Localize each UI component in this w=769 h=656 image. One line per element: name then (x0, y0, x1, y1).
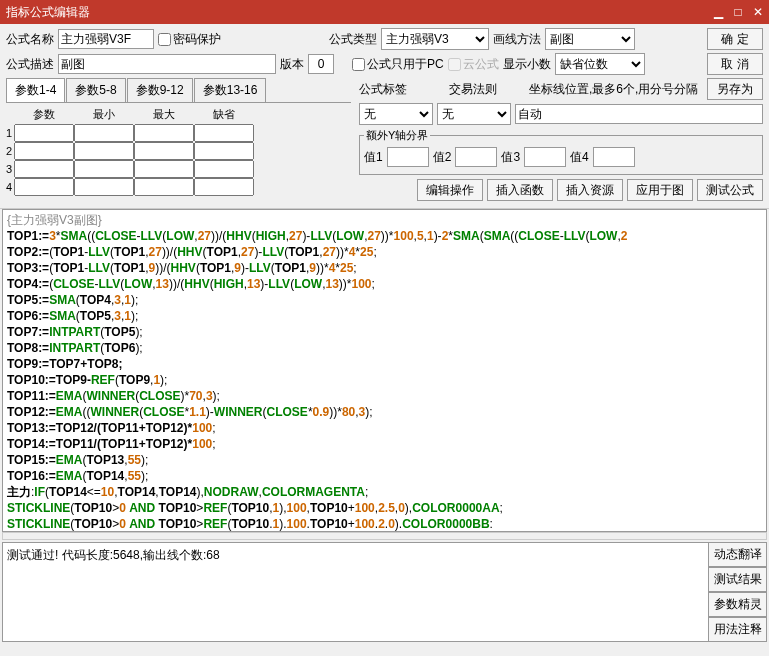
pc-only-checkbox[interactable]: 公式只用于PC (352, 56, 444, 73)
formula-name-label: 公式名称 (6, 31, 54, 48)
param4-def[interactable] (194, 178, 254, 196)
cloud-checkbox: 云公式 (448, 56, 499, 73)
edit-op-button[interactable]: 编辑操作 (417, 179, 483, 201)
param1-name[interactable] (14, 124, 74, 142)
formula-desc-label: 公式描述 (6, 56, 54, 73)
result-output: 测试通过! 代码长度:5648,输出线个数:68 (2, 542, 709, 642)
trade-rule-select[interactable]: 无 (437, 103, 511, 125)
formula-name-input[interactable] (58, 29, 154, 49)
test-formula-button[interactable]: 测试公式 (697, 179, 763, 201)
param1-max[interactable] (134, 124, 194, 142)
code-editor[interactable]: {主力强弱V3副图} TOP1:=3*SMA((CLOSE-LLV(LOW,27… (2, 209, 767, 532)
y-val2[interactable] (455, 147, 497, 167)
version-input[interactable] (308, 54, 334, 74)
param2-max[interactable] (134, 142, 194, 160)
param3-name[interactable] (14, 160, 74, 178)
formula-desc-input[interactable] (58, 54, 276, 74)
splitter[interactable] (2, 532, 767, 540)
param3-max[interactable] (134, 160, 194, 178)
window-title: 指标公式编辑器 (6, 4, 90, 21)
version-label: 版本 (280, 56, 304, 73)
show-decimal-select[interactable]: 缺省位数 (555, 53, 645, 75)
save-as-button[interactable]: 另存为 (707, 78, 763, 100)
param-wiz-button[interactable]: 参数精灵 (709, 592, 767, 617)
dyn-trans-button[interactable]: 动态翻译 (709, 542, 767, 567)
axis-pos-label: 坐标线位置,最多6个,用分号分隔 (529, 81, 698, 98)
pwd-protect-checkbox[interactable]: 密码保护 (158, 31, 221, 48)
cancel-button[interactable]: 取 消 (707, 53, 763, 75)
formula-type-label: 公式类型 (329, 31, 377, 48)
param4-min[interactable] (74, 178, 134, 196)
param4-name[interactable] (14, 178, 74, 196)
insert-res-button[interactable]: 插入资源 (557, 179, 623, 201)
tab-params-13-16[interactable]: 参数13-16 (194, 78, 267, 102)
insert-fn-button[interactable]: 插入函数 (487, 179, 553, 201)
trade-rule-label: 交易法则 (449, 81, 497, 98)
ok-button[interactable]: 确 定 (707, 28, 763, 50)
extra-y-group: 额外Y轴分界 值1 值2 值3 值4 (359, 128, 763, 175)
close-icon[interactable]: ✕ (753, 5, 763, 19)
param2-def[interactable] (194, 142, 254, 160)
usage-button[interactable]: 用法注释 (709, 617, 767, 642)
y-val4[interactable] (593, 147, 635, 167)
param3-min[interactable] (74, 160, 134, 178)
param-tabs: 参数1-4 参数5-8 参数9-12 参数13-16 (6, 78, 351, 103)
y-val3[interactable] (524, 147, 566, 167)
minimize-icon[interactable]: ▁ (714, 5, 723, 19)
formula-tag-label: 公式标签 (359, 81, 407, 98)
apply-chart-button[interactable]: 应用于图 (627, 179, 693, 201)
show-decimal-label: 显示小数 (503, 56, 551, 73)
param2-min[interactable] (74, 142, 134, 160)
tab-params-1-4[interactable]: 参数1-4 (6, 78, 65, 102)
formula-tag-select[interactable]: 无 (359, 103, 433, 125)
tab-params-5-8[interactable]: 参数5-8 (66, 78, 125, 102)
param2-name[interactable] (14, 142, 74, 160)
maximize-icon[interactable]: □ (734, 5, 741, 19)
formula-type-select[interactable]: 主力强弱V3 (381, 28, 489, 50)
draw-method-label: 画线方法 (493, 31, 541, 48)
param1-min[interactable] (74, 124, 134, 142)
axis-pos-input[interactable] (515, 104, 763, 124)
y-val1[interactable] (387, 147, 429, 167)
test-result-button[interactable]: 测试结果 (709, 567, 767, 592)
param1-def[interactable] (194, 124, 254, 142)
tab-params-9-12[interactable]: 参数9-12 (127, 78, 193, 102)
param4-max[interactable] (134, 178, 194, 196)
param3-def[interactable] (194, 160, 254, 178)
draw-method-select[interactable]: 副图 (545, 28, 635, 50)
